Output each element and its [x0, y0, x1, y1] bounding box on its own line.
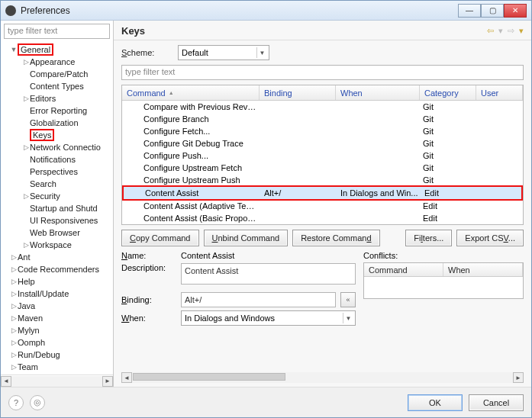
back-icon[interactable]: ⇦ [487, 26, 494, 36]
tree-item[interactable]: ▷Security [1, 190, 113, 202]
keys-table[interactable]: Command Binding When Category User Compa… [121, 85, 524, 225]
tree-item-label: Globalization [30, 118, 79, 127]
tree-item-label: Maven [18, 314, 43, 323]
twisty-icon[interactable]: ▷ [10, 326, 18, 334]
scroll-thumb[interactable] [133, 373, 285, 381]
help-icon[interactable]: ? [8, 395, 24, 410]
twisty-icon[interactable]: ▷ [22, 241, 30, 249]
filters-button[interactable]: Filters... [405, 230, 452, 246]
table-row[interactable]: Configure BranchGit [122, 113, 523, 125]
sidebar-filter-input[interactable]: type filter text [4, 24, 110, 39]
tree-item[interactable]: Startup and Shutd [1, 202, 113, 214]
tree-item[interactable]: ▷Team [1, 361, 113, 373]
scroll-right-icon[interactable]: ► [102, 376, 113, 387]
back-menu-icon[interactable]: ▾ [498, 26, 503, 36]
twisty-icon[interactable]: ▷ [10, 265, 18, 273]
tree-item[interactable]: Globalization [1, 117, 113, 129]
binding-label: Binding: [121, 295, 176, 304]
tree-item[interactable]: ▷Ant [1, 251, 113, 263]
binding-clear-button[interactable]: « [340, 292, 356, 307]
export-csv-button[interactable]: Export CSV... [456, 230, 524, 246]
twisty-icon[interactable]: ▷ [10, 302, 18, 310]
twisty-icon[interactable]: ▷ [22, 143, 30, 151]
binding-field[interactable]: Alt+/ [181, 292, 336, 307]
table-row[interactable]: Content Assist (Adaptive TemplateEdit [122, 200, 523, 212]
scheme-select[interactable]: Default ▼ [178, 45, 269, 60]
tree-item[interactable]: ▷Help [1, 275, 113, 288]
table-header[interactable]: Command Binding When Category User [122, 85, 523, 101]
tree-item[interactable]: ▷Network Connectio [1, 141, 113, 153]
twisty-icon[interactable]: ▷ [10, 363, 18, 371]
twisty-icon[interactable]: ▷ [10, 278, 18, 285]
tree-item[interactable]: UI Responsivenes [1, 214, 113, 227]
table-row[interactable]: Compare with Previous RevisionGit [122, 101, 523, 113]
twisty-icon[interactable]: ▷ [10, 339, 18, 346]
sidebar-hscroll[interactable]: ◄ ► [1, 375, 113, 387]
minimize-button[interactable]: — [458, 4, 481, 18]
conf-col-when[interactable]: When [443, 263, 523, 276]
tree-item[interactable]: ▼General [1, 43, 113, 56]
twisty-icon[interactable]: ▷ [10, 290, 18, 297]
import-export-icon[interactable]: ◎ [30, 395, 45, 410]
conf-col-command[interactable]: Command [364, 263, 443, 276]
tree-item[interactable]: ▷Appearance [1, 56, 113, 68]
forward-icon[interactable]: ⇨ [508, 26, 514, 36]
tree-item[interactable]: ▷Run/Debug [1, 349, 113, 361]
tree-item[interactable]: Web Browser [1, 227, 113, 239]
titlebar[interactable]: Preferences — ▢ ✕ [1, 1, 531, 21]
twisty-icon[interactable]: ▷ [10, 351, 18, 359]
table-row[interactable]: Configure Push...Git [122, 150, 523, 162]
col-command[interactable]: Command [122, 85, 260, 100]
tree-item[interactable]: ▷Code Recommenders [1, 263, 113, 275]
scroll-left-icon[interactable]: ◄ [121, 372, 132, 383]
tree-item[interactable]: ▷Install/Update [1, 288, 113, 300]
col-binding[interactable]: Binding [260, 85, 336, 100]
tree-item[interactable]: ▷Workspace [1, 239, 113, 251]
main-hscroll[interactable]: ◄ ► [121, 371, 524, 384]
maximize-button[interactable]: ▢ [481, 4, 504, 18]
tree-item[interactable]: Keys [1, 129, 113, 141]
when-select[interactable]: In Dialogs and Windows ▼ [181, 310, 356, 326]
description-field[interactable]: Content Assist [181, 263, 356, 285]
tree-item[interactable]: ▷Editors [1, 92, 113, 104]
conflicts-table[interactable]: Command When [363, 262, 524, 299]
table-row[interactable]: Content Assist (Basic Proposals)Edit [122, 212, 523, 224]
tree-item[interactable]: Search [1, 178, 113, 190]
tree-item[interactable]: ▷Oomph [1, 336, 113, 349]
table-row[interactable]: Configure Fetch...Git [122, 125, 523, 137]
tree-item[interactable]: ▷Mylyn [1, 324, 113, 336]
ok-button[interactable]: OK [408, 394, 463, 411]
tree-item[interactable]: Content Types [1, 80, 113, 92]
cancel-button[interactable]: Cancel [469, 394, 524, 411]
table-row[interactable]: Configure Upstream FetchGit [122, 162, 523, 174]
close-button[interactable]: ✕ [504, 4, 527, 18]
tree-item[interactable]: Perspectives [1, 166, 113, 178]
tree-item-label: Workspace [30, 240, 72, 249]
col-category[interactable]: Category [420, 85, 476, 100]
unbind-command-button[interactable]: Unbind Command [204, 230, 289, 246]
table-row[interactable]: Content AssistAlt+/In Dialogs and Win...… [124, 187, 521, 199]
twisty-icon[interactable]: ▼ [10, 46, 18, 53]
scroll-left-icon[interactable]: ◄ [1, 376, 11, 387]
col-when[interactable]: When [336, 85, 420, 100]
restore-command-button[interactable]: Restore Command [292, 230, 379, 246]
col-user[interactable]: User [476, 85, 523, 100]
preference-tree[interactable]: ▼General▷AppearanceCompare/PatchContent … [1, 42, 113, 375]
copy-command-button[interactable]: Copy Command [121, 230, 199, 246]
twisty-icon[interactable]: ▷ [22, 58, 30, 66]
twisty-icon[interactable]: ▷ [10, 253, 18, 261]
twisty-icon[interactable]: ▷ [22, 95, 30, 102]
tree-item[interactable]: Compare/Patch [1, 68, 113, 80]
keys-filter-input[interactable]: type filter text [121, 65, 524, 80]
tree-item[interactable]: Error Reporting [1, 104, 113, 117]
tree-item[interactable]: ▷Maven [1, 312, 113, 324]
scroll-right-icon[interactable]: ► [513, 372, 524, 383]
menu-icon[interactable]: ▾ [519, 26, 524, 36]
twisty-icon[interactable]: ▷ [10, 314, 18, 322]
cell-cat: Git [420, 175, 476, 185]
tree-item[interactable]: Notifications [1, 153, 113, 166]
tree-item[interactable]: ▷Java [1, 300, 113, 312]
twisty-icon[interactable]: ▷ [22, 192, 30, 200]
table-row[interactable]: Configure Git Debug TraceGit [122, 137, 523, 150]
table-row[interactable]: Configure Upstream PushGit [122, 174, 523, 186]
